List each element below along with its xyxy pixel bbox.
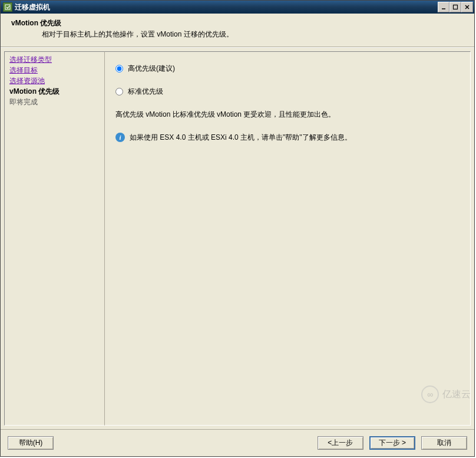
option-high-priority-row[interactable]: 高优先级(建议) xyxy=(115,64,460,74)
maximize-button[interactable] xyxy=(449,2,461,12)
app-icon xyxy=(3,2,12,12)
option-standard-priority-label: 标准优先级 xyxy=(128,87,163,97)
next-button[interactable]: 下一步 > xyxy=(369,436,415,450)
info-row: i 如果使用 ESX 4.0 主机或 ESXi 4.0 主机，请单击"帮助"了解… xyxy=(115,133,460,143)
page-subtitle: 相对于目标主机上的其他操作，设置 vMotion 迁移的优先级。 xyxy=(42,29,468,39)
titlebar: 迁移虚拟机 xyxy=(1,1,474,14)
option-standard-priority-row[interactable]: 标准优先级 xyxy=(115,87,460,97)
window-controls xyxy=(438,2,473,12)
dialog-window: 迁移虚拟机 vMotion 优先级 相对于目标主机上的其他操作，设置 vMoti… xyxy=(0,0,475,457)
help-button[interactable]: 帮助(H) xyxy=(8,436,54,450)
wizard-body: 选择迁移类型 选择目标 选择资源池 vMotion 优先级 即将完成 高优先级(… xyxy=(1,47,474,429)
wizard-header: vMotion 优先级 相对于目标主机上的其他操作，设置 vMotion 迁移的… xyxy=(1,14,474,47)
info-icon: i xyxy=(115,133,125,142)
step-vmotion-priority: vMotion 优先级 xyxy=(9,86,100,97)
svg-rect-2 xyxy=(454,5,458,9)
wizard-steps-sidebar: 选择迁移类型 选择目标 选择资源池 vMotion 优先级 即将完成 xyxy=(4,51,104,426)
option-high-priority-radio[interactable] xyxy=(115,65,123,73)
step-ready-to-complete: 即将完成 xyxy=(9,97,100,107)
option-standard-priority-radio[interactable] xyxy=(115,88,123,95)
page-title: vMotion 优先级 xyxy=(11,18,468,28)
back-button[interactable]: <上一步 xyxy=(318,436,363,450)
step-migration-type[interactable]: 选择迁移类型 xyxy=(9,54,100,65)
window-title: 迁移虚拟机 xyxy=(15,2,50,12)
minimize-button[interactable] xyxy=(438,2,449,12)
step-select-target[interactable]: 选择目标 xyxy=(9,65,100,75)
priority-description: 高优先级 vMotion 比标准优先级 vMotion 更受欢迎，且性能更加出色… xyxy=(115,110,460,120)
cancel-button[interactable]: 取消 xyxy=(421,436,467,450)
info-text: 如果使用 ESX 4.0 主机或 ESXi 4.0 主机，请单击"帮助"了解更多… xyxy=(130,133,352,143)
wizard-content: 高优先级(建议) 标准优先级 高优先级 vMotion 比标准优先级 vMoti… xyxy=(104,51,471,426)
wizard-footer: 帮助(H) <上一步 下一步 > 取消 xyxy=(1,429,474,456)
close-button[interactable] xyxy=(461,2,473,12)
footer-nav-buttons: <上一步 下一步 > 取消 xyxy=(318,436,467,450)
step-select-resource-pool[interactable]: 选择资源池 xyxy=(9,75,100,86)
option-high-priority-label: 高优先级(建议) xyxy=(128,64,175,74)
